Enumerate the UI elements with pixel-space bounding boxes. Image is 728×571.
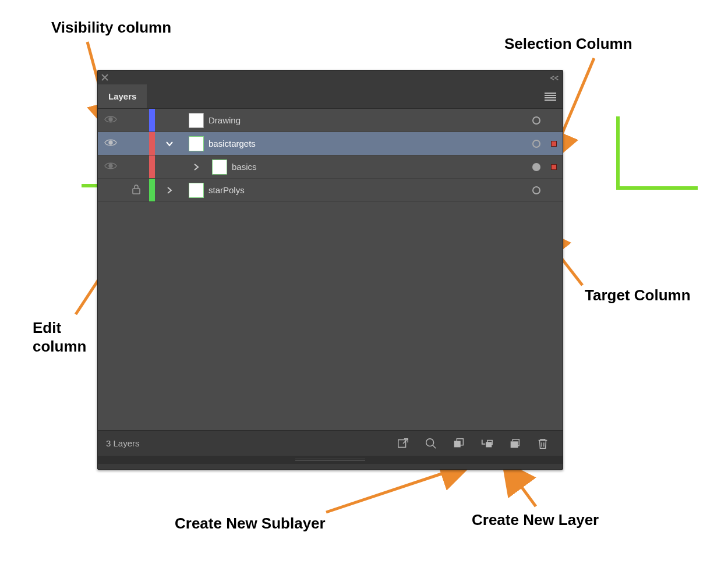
- selection-indicator[interactable]: [545, 141, 563, 147]
- new-sublayer-icon: [480, 437, 493, 450]
- layer-name[interactable]: Drawing: [208, 115, 241, 125]
- layer-thumbnail[interactable]: [189, 183, 204, 198]
- layers-list: Drawing basictargets: [98, 109, 563, 430]
- layer-thumbnail[interactable]: [212, 159, 227, 175]
- tab-label: Layers: [108, 91, 136, 101]
- annotation-edit-line1: Edit: [33, 319, 61, 337]
- layer-color-swatch[interactable]: [149, 109, 155, 132]
- layer-name[interactable]: basictargets: [208, 139, 256, 148]
- layer-name[interactable]: starPolys: [208, 185, 245, 195]
- chevron-right-icon: [165, 186, 174, 194]
- layers-panel: Layers Drawing: [97, 70, 563, 470]
- svg-point-8: [108, 164, 112, 168]
- layer-thumbnail[interactable]: [189, 136, 204, 151]
- export-icon: [397, 437, 409, 450]
- locate-button[interactable]: [419, 434, 443, 453]
- edit-lock-toggle[interactable]: [123, 184, 149, 196]
- annotation-new-layer: Create New Layer: [472, 511, 599, 529]
- panel-footer: 3 Layers: [98, 430, 563, 456]
- layer-name[interactable]: basics: [232, 162, 257, 172]
- visibility-toggle[interactable]: [98, 138, 123, 149]
- panel-tabs: Layers: [98, 84, 563, 109]
- new-sublayer-button[interactable]: [475, 434, 499, 453]
- collect-icon: [453, 437, 465, 450]
- export-button[interactable]: [391, 434, 415, 453]
- delete-button[interactable]: [531, 434, 554, 453]
- annotation-target: Target Column: [585, 286, 691, 304]
- selection-indicator[interactable]: [545, 164, 563, 170]
- collapse-icon[interactable]: [550, 73, 559, 83]
- visibility-toggle[interactable]: [98, 161, 123, 172]
- target-toggle[interactable]: [528, 140, 545, 148]
- layer-thumbnail[interactable]: [189, 113, 204, 128]
- eye-icon: [104, 161, 117, 172]
- layer-row[interactable]: basictargets: [98, 132, 563, 155]
- layer-row[interactable]: Drawing: [98, 109, 563, 132]
- decorative-mark-right: [616, 116, 698, 193]
- search-icon: [425, 437, 437, 450]
- lock-icon: [132, 184, 141, 196]
- chevron-down-icon: [165, 140, 174, 148]
- hamburger-icon: [545, 93, 556, 101]
- chevron-right-icon: [192, 163, 200, 171]
- expand-toggle[interactable]: [155, 186, 184, 194]
- close-icon[interactable]: [101, 73, 108, 83]
- decorative-mark-left: [82, 184, 99, 191]
- svg-point-7: [108, 140, 112, 144]
- target-circle-icon: [532, 186, 540, 194]
- target-circle-icon: [532, 140, 540, 148]
- svg-line-4: [326, 466, 466, 512]
- selection-square-icon: [551, 141, 557, 147]
- layer-color-swatch[interactable]: [149, 132, 155, 155]
- target-circle-icon: [532, 163, 540, 171]
- expand-toggle[interactable]: [155, 140, 184, 148]
- target-toggle[interactable]: [528, 163, 545, 171]
- annotation-visibility: Visibility column: [51, 19, 171, 37]
- panel-resize-grip[interactable]: [98, 456, 563, 464]
- panel-titlebar: [98, 70, 563, 84]
- layer-color-swatch[interactable]: [149, 179, 155, 201]
- expand-toggle[interactable]: [155, 163, 207, 171]
- annotation-new-sublayer: Create New Sublayer: [175, 515, 326, 533]
- target-circle-icon: [532, 116, 540, 125]
- new-layer-button[interactable]: [503, 434, 526, 453]
- tab-layers[interactable]: Layers: [98, 84, 147, 108]
- collect-button[interactable]: [447, 434, 471, 453]
- trash-icon: [536, 437, 549, 450]
- new-layer-icon: [508, 437, 521, 450]
- layer-row[interactable]: starPolys: [98, 179, 563, 202]
- svg-rect-10: [398, 439, 406, 447]
- svg-rect-12: [454, 441, 461, 447]
- svg-line-5: [507, 467, 536, 506]
- annotation-edit-line2: column: [33, 338, 86, 356]
- svg-point-11: [426, 438, 434, 446]
- visibility-toggle[interactable]: [98, 115, 123, 126]
- selection-square-icon: [551, 164, 557, 170]
- svg-point-6: [108, 117, 112, 121]
- target-toggle[interactable]: [528, 116, 545, 125]
- eye-icon: [104, 138, 117, 149]
- layer-count-label: 3 Layers: [106, 438, 140, 448]
- layer-color-swatch[interactable]: [149, 155, 155, 178]
- eye-icon: [104, 115, 117, 126]
- svg-rect-16: [511, 441, 518, 448]
- layer-row[interactable]: basics: [98, 155, 563, 179]
- panel-menu-button[interactable]: [538, 84, 563, 108]
- annotation-selection: Selection Column: [504, 35, 632, 53]
- svg-rect-9: [133, 189, 140, 194]
- target-toggle[interactable]: [528, 186, 545, 194]
